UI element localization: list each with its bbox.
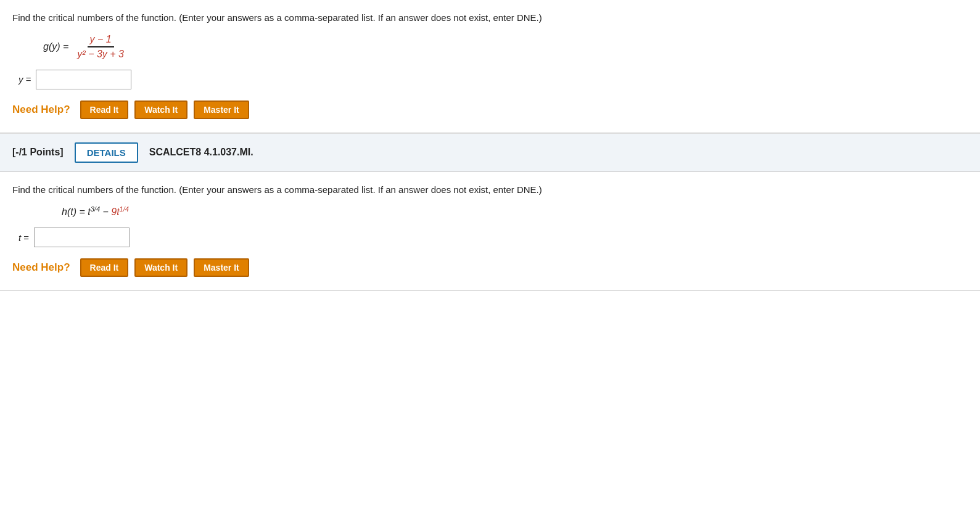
master-it-button-1[interactable]: Master It: [194, 101, 249, 119]
fraction-denominator: y² − 3y + 3: [75, 47, 126, 60]
problem-1-answer-input[interactable]: [36, 70, 131, 89]
need-help-label-2: Need Help?: [12, 261, 70, 274]
watch-it-button-2[interactable]: Watch It: [134, 258, 187, 277]
problem-1-answer-row: y =: [19, 70, 968, 89]
problem-2-instruction: Find the critical numbers of the functio…: [12, 183, 968, 197]
fraction: y − 1 y² − 3y + 3: [75, 34, 126, 60]
function-expression: g(y) = y − 1 y² − 3y + 3: [43, 34, 126, 60]
details-button[interactable]: DETAILS: [75, 142, 138, 163]
section-header: [-/1 Points] DETAILS SCALCET8 4.1.037.MI…: [0, 134, 980, 172]
problem-1-instruction: Find the critical numbers of the functio…: [12, 11, 968, 25]
read-it-button-2[interactable]: Read It: [80, 258, 129, 277]
problem-1-section: Find the critical numbers of the functio…: [0, 0, 980, 133]
problem-2-section: Find the critical numbers of the functio…: [0, 172, 980, 292]
points-label: [-/1 Points]: [12, 147, 64, 158]
problem-2-function: h(t) = t3/4 − 9t1/4: [62, 205, 968, 218]
problem-1-function: g(y) = y − 1 y² − 3y + 3: [43, 34, 968, 60]
problem-2-answer-input[interactable]: [34, 228, 130, 247]
problem-1-answer-label: y =: [19, 74, 31, 84]
need-help-label-1: Need Help?: [12, 104, 70, 116]
problem-id: SCALCET8 4.1.037.MI.: [149, 147, 253, 158]
problem-2-help-row: Need Help? Read It Watch It Master It: [12, 258, 968, 277]
master-it-button-2[interactable]: Master It: [194, 258, 249, 277]
problem-2-answer-row: t =: [19, 228, 968, 247]
function-label: g(y) =: [43, 41, 68, 52]
read-it-button-1[interactable]: Read It: [80, 101, 129, 119]
problem-1-help-row: Need Help? Read It Watch It Master It: [12, 101, 968, 119]
watch-it-button-1[interactable]: Watch It: [134, 101, 187, 119]
fraction-numerator: y − 1: [88, 34, 114, 47]
problem-2-answer-label: t =: [19, 232, 29, 243]
function-label-2: h(t) = t3/4 − 9t1/4: [62, 207, 129, 217]
